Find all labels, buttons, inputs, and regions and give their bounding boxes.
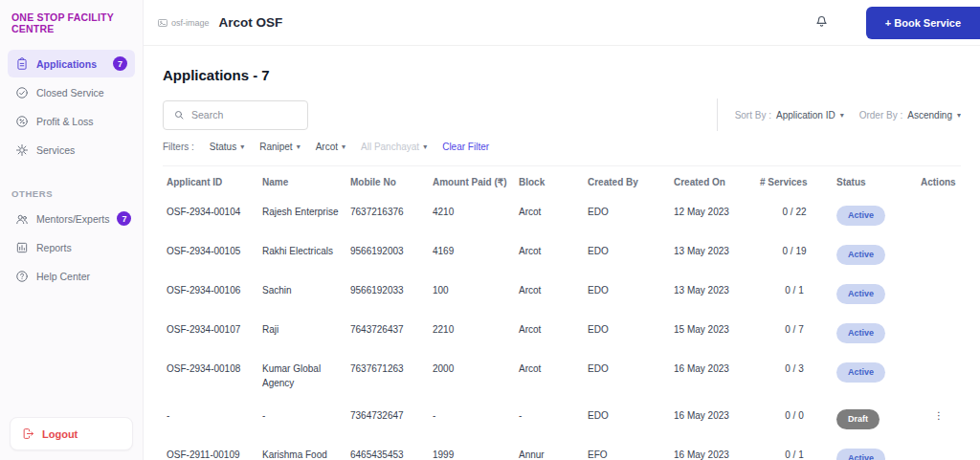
cell-created-by: EDO	[584, 235, 670, 274]
cell-name: -	[258, 400, 346, 439]
sidebar-item-closed-service[interactable]: Closed Service	[8, 79, 135, 106]
help-circle-icon	[15, 270, 29, 283]
table-row[interactable]: OSF-2934-00107 Raji 7643726437 2210 Arco…	[163, 314, 961, 353]
cell-services: 0 / 19	[756, 235, 833, 274]
order-by-dropdown[interactable]: Order By : Ascending ▾	[859, 110, 961, 120]
cell-created-on: 15 May 2023	[670, 314, 756, 353]
percent-circle-icon	[15, 115, 29, 128]
cell-amount: 2000	[429, 353, 515, 400]
sidebar-item-label: Reports	[36, 242, 72, 253]
table-row[interactable]: OSF-2911-00109 Karishma Food Agency 6465…	[163, 439, 961, 460]
status-badge: Active	[836, 449, 885, 460]
cell-name: Rajesh Enterprise	[258, 196, 346, 235]
filter-status-value: Status	[210, 142, 236, 152]
sidebar-item-label: Closed Service	[36, 87, 104, 99]
row-actions-menu-icon[interactable]: ⋮	[934, 410, 944, 421]
cell-name: Kumar Global Agency	[258, 353, 346, 400]
filter-status-dropdown[interactable]: Status ▾	[210, 142, 244, 152]
cell-block: Arcot	[515, 274, 584, 314]
cell-amount: 4210	[429, 196, 515, 235]
cell-services: 0 / 1	[756, 274, 833, 314]
cell-applicant-id: OSF-2934-00107	[163, 314, 258, 353]
cell-created-by: EFO	[584, 439, 670, 460]
search-icon	[173, 109, 185, 120]
clipboard-icon	[15, 57, 29, 71]
cell-amount: 2210	[429, 314, 515, 353]
table-row[interactable]: OSF-2934-00108 Kumar Global Agency 76376…	[163, 353, 961, 400]
filter-district-dropdown[interactable]: Ranipet ▾	[259, 142, 300, 152]
sidebar-item-applications[interactable]: Applications 7	[8, 50, 135, 77]
book-service-button[interactable]: + Book Service	[866, 7, 980, 39]
notification-bell-icon[interactable]	[813, 12, 830, 33]
sidebar-item-label: Services	[36, 144, 75, 156]
cell-created-by: EDO	[584, 314, 670, 353]
filter-block-value: Arcot	[316, 142, 338, 152]
cell-block: Annur	[515, 439, 584, 460]
cell-mobile: 9566192033	[346, 274, 429, 314]
topbar: osf-image Arcot OSF + Book Service	[144, 0, 980, 46]
cell-mobile: 7643726437	[346, 314, 429, 353]
cell-services: 0 / 7	[756, 314, 833, 353]
cell-applicant-id: -	[163, 400, 258, 439]
logout-button[interactable]: Logout	[10, 417, 133, 450]
sidebar: ONE STOP FACILITY CENTRE Applications 7 …	[0, 0, 144, 460]
image-placeholder-icon	[157, 17, 168, 29]
status-badge: Active	[836, 245, 885, 265]
cell-block: Arcot	[515, 235, 584, 274]
col-status: Status	[833, 166, 917, 197]
col-applicant-id: Applicant ID	[163, 166, 258, 197]
clear-filter-link[interactable]: Clear Filter	[442, 142, 489, 152]
cell-applicant-id: OSF-2934-00108	[163, 353, 258, 400]
order-by-value: Ascending	[907, 110, 952, 120]
sidebar-item-label: Applications	[36, 58, 97, 70]
cell-mobile: 6465435453	[346, 439, 429, 460]
sidebar-item-help-center[interactable]: Help Center	[8, 263, 135, 290]
cell-created-on: 13 May 2023	[670, 235, 756, 274]
mentors-count-badge: 7	[117, 211, 131, 226]
chevron-down-icon: ▾	[957, 111, 961, 120]
cell-created-on: 16 May 2023	[670, 353, 756, 400]
cell-created-on: 12 May 2023	[670, 196, 756, 235]
table-row[interactable]: OSF-2934-00104 Rajesh Enterprise 7637216…	[163, 196, 961, 235]
col-created-by: Created By	[584, 166, 670, 197]
col-created-on: Created On	[670, 166, 756, 197]
cell-block: Arcot	[515, 196, 584, 235]
cell-name: Karishma Food Agency	[258, 439, 346, 460]
sidebar-item-label: Mentors/Experts	[36, 213, 109, 225]
cell-created-by: EDO	[584, 353, 670, 400]
chevron-down-icon: ▾	[840, 111, 844, 120]
sidebar-item-profit-loss[interactable]: Profit & Loss	[8, 108, 135, 135]
check-circle-icon	[15, 86, 29, 99]
table-row[interactable]: OSF-2934-00106 Sachin 9566192033 100 Arc…	[163, 274, 961, 314]
cell-applicant-id: OSF-2934-00106	[163, 274, 258, 314]
cell-created-by: EDO	[584, 400, 670, 439]
chevron-down-icon: ▾	[423, 142, 427, 151]
bar-chart-icon	[15, 241, 29, 254]
filters-row: Filters : Status ▾ Ranipet ▾ Arcot ▾ All…	[163, 142, 961, 152]
filter-panchayat-dropdown[interactable]: All Panchayat ▾	[361, 142, 427, 152]
cell-mobile: 7637671263	[346, 353, 429, 400]
filter-block-dropdown[interactable]: Arcot ▾	[316, 142, 345, 152]
cell-services: 0 / 3	[756, 353, 833, 400]
cell-amount: 1999	[429, 439, 515, 460]
table-row[interactable]: OSF-2934-00105 Rakhi Electricals 9566192…	[163, 235, 961, 274]
status-badge: Draft	[836, 409, 880, 429]
cell-amount: 4169	[429, 235, 515, 274]
cell-name: Rakhi Electricals	[258, 235, 346, 274]
cell-services: 0 / 22	[756, 196, 833, 235]
main-content: Applications - 7 Sort By : Application I…	[144, 46, 980, 460]
brand-logo: ONE STOP FACILITY CENTRE	[0, 0, 143, 48]
search-input[interactable]	[191, 109, 298, 120]
col-amount: Amount Paid (₹)	[429, 166, 515, 197]
status-badge: Active	[836, 323, 885, 343]
sidebar-item-services[interactable]: Services	[8, 137, 135, 164]
sidebar-item-reports[interactable]: Reports	[8, 234, 135, 261]
applications-table: Applicant ID Name Mobile No Amount Paid …	[163, 165, 961, 460]
cell-amount: 100	[429, 274, 515, 314]
cell-applicant-id: OSF-2934-00104	[163, 196, 258, 235]
people-icon	[15, 212, 29, 226]
table-row[interactable]: - - 7364732647 - - EDO 16 May 2023 0 / 0…	[163, 400, 961, 439]
status-badge: Active	[836, 284, 885, 304]
sort-by-dropdown[interactable]: Sort By : Application ID ▾	[735, 110, 844, 120]
sidebar-item-mentors-experts[interactable]: Mentors/Experts 7	[8, 205, 135, 232]
